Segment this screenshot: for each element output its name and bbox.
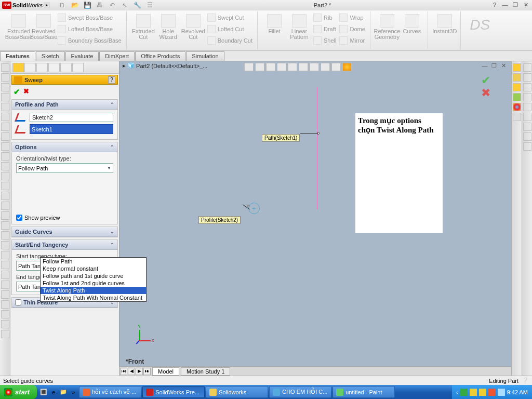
status-help-icon[interactable]: ❔ — [522, 377, 529, 384]
appearance-icon[interactable] — [342, 63, 352, 71]
section-view-icon[interactable] — [277, 63, 286, 71]
scene-icon[interactable] — [321, 63, 330, 71]
rtb-icon[interactable] — [523, 142, 531, 151]
dimxpert-manager-tab-icon[interactable] — [48, 63, 60, 72]
dome-button[interactable]: Dome — [338, 23, 366, 35]
ltb-icon-25[interactable] — [1, 300, 9, 309]
curves-button[interactable]: Curves — [400, 12, 424, 40]
ltb-icon-7[interactable] — [1, 123, 9, 131]
dropdown-item[interactable]: Follow Path — [41, 258, 146, 265]
tab-evaluate[interactable]: Evaluate — [65, 51, 99, 61]
tray-icon[interactable] — [470, 389, 477, 396]
clock[interactable]: 9:42 AM — [507, 389, 528, 395]
ltb-icon-24[interactable] — [1, 290, 9, 299]
mdi-minimize-icon[interactable]: — — [481, 62, 488, 70]
rtb-icon[interactable] — [523, 132, 531, 141]
instant3d-button[interactable]: Instant3D — [432, 12, 457, 34]
ltb-icon-15[interactable] — [1, 202, 9, 210]
tab-nav-next-icon[interactable]: ▶ — [136, 368, 143, 375]
hide-show-icon[interactable] — [310, 63, 319, 71]
rtb-icon[interactable] — [523, 73, 531, 82]
ltb-icon-13[interactable] — [1, 182, 9, 190]
mdi-restore-icon[interactable]: ❐ — [490, 62, 498, 70]
boundary-boss-button[interactable]: Boundary Boss/Base — [56, 35, 123, 46]
dropdown-item-selected[interactable]: Twist Along Path — [41, 287, 146, 294]
ltb-icon-21[interactable] — [1, 261, 9, 269]
ltb-icon-20[interactable] — [1, 251, 9, 259]
ltb-icon-11[interactable] — [1, 162, 9, 170]
tray-icon[interactable] — [479, 389, 486, 396]
tab-nav-first-icon[interactable]: ⏮ — [120, 368, 127, 375]
rtb-icon[interactable] — [523, 123, 531, 131]
pm-section-header[interactable]: Guide Curves⌄ — [12, 227, 117, 237]
custom-props-icon[interactable] — [513, 113, 521, 121]
ltb-icon-26[interactable] — [1, 310, 9, 318]
lofted-cut-button[interactable]: Lofted Cut — [206, 23, 254, 35]
tab-office[interactable]: Office Products — [135, 51, 185, 61]
model-tab[interactable]: Model — [152, 367, 179, 376]
ltb-icon-6[interactable] — [1, 113, 9, 121]
view-orient-icon[interactable] — [288, 63, 297, 71]
explorer-icon[interactable]: 📁 — [59, 387, 68, 397]
boundary-cut-button[interactable]: Boundary Cut — [206, 35, 254, 46]
tray-overflow-icon[interactable]: ‹ — [456, 389, 458, 395]
view-settings-icon[interactable] — [331, 63, 341, 71]
swept-cut-button[interactable]: Swept Cut — [206, 12, 254, 23]
reference-geometry-button[interactable]: Reference Geometry — [375, 12, 400, 40]
thin-feature-checkbox[interactable] — [15, 299, 21, 305]
rtb-icon[interactable] — [523, 63, 531, 72]
fillet-button[interactable]: Fillet — [262, 12, 287, 46]
path-field[interactable]: Sketch1 — [30, 124, 113, 134]
rebuild-icon[interactable]: 🔧 — [132, 1, 142, 9]
ltb-icon-28[interactable] — [1, 330, 9, 338]
ltb-icon-10[interactable] — [1, 152, 9, 161]
extra-manager-tab-icon[interactable] — [72, 63, 84, 72]
pm-section-header[interactable]: Start/End Tangency⌃ — [12, 240, 117, 250]
close-icon[interactable]: ✕ — [522, 2, 530, 9]
taskbar-item[interactable]: Solidworks — [206, 386, 268, 398]
feature-manager-tab-icon[interactable] — [12, 63, 24, 72]
rtb-icon[interactable] — [523, 93, 531, 101]
options-icon[interactable]: ☰ — [145, 1, 154, 9]
ltb-icon-17[interactable] — [1, 221, 9, 230]
save-icon[interactable]: 💾 — [83, 1, 92, 9]
ltb-icon-3[interactable] — [1, 83, 9, 91]
orientation-select[interactable]: Follow Path▼ — [16, 163, 113, 173]
design-library-icon[interactable] — [513, 73, 521, 82]
minimize-icon[interactable]: — — [501, 2, 509, 9]
prev-view-icon[interactable] — [266, 63, 275, 71]
ltb-icon-2[interactable] — [1, 73, 9, 82]
ltb-icon-14[interactable] — [1, 192, 9, 200]
print-icon[interactable]: 🖶 — [95, 1, 104, 9]
extruded-cut-button[interactable]: Extruded Cut — [131, 12, 156, 46]
ltb-icon-23[interactable] — [1, 281, 9, 289]
lofted-boss-button[interactable]: Lofted Boss/Base — [56, 23, 123, 35]
ltb-icon-27[interactable] — [1, 320, 9, 328]
ltb-icon-1[interactable] — [1, 63, 9, 72]
ltb-icon-18[interactable] — [1, 231, 9, 240]
ltb-icon-22[interactable] — [1, 271, 9, 279]
draft-button[interactable]: Draft — [312, 23, 338, 35]
taskbar-item[interactable]: CHO EM HỎI C... — [269, 386, 331, 398]
show-preview-checkbox[interactable]: Show preview — [16, 215, 113, 221]
dropdown-item[interactable]: Twist Along Path With Normal Constant — [41, 294, 146, 301]
mirror-button[interactable]: Mirror — [338, 35, 366, 46]
zoom-area-icon[interactable] — [255, 63, 264, 71]
file-explorer-icon[interactable] — [513, 83, 521, 91]
swept-boss-button[interactable]: Swept Boss/Base — [56, 12, 123, 23]
tab-dimxpert[interactable]: DimXpert — [99, 51, 135, 61]
display-manager-tab-icon[interactable] — [60, 63, 72, 72]
tab-nav-prev-icon[interactable]: ◀ — [128, 368, 135, 375]
tray-icon[interactable] — [460, 389, 468, 396]
tab-sketch[interactable]: Sketch — [36, 51, 65, 61]
rtb-icon[interactable] — [523, 83, 531, 91]
new-icon[interactable]: 🗋 — [58, 1, 67, 9]
reject-icon[interactable]: ✖ — [481, 86, 490, 100]
restore-icon[interactable]: ❐ — [511, 2, 520, 9]
property-manager-tab-icon[interactable] — [24, 63, 36, 72]
main-menu-dropdown[interactable]: ▸ — [44, 2, 50, 8]
select-icon[interactable]: ↖ — [120, 1, 129, 9]
wrap-button[interactable]: Wrap — [338, 12, 366, 23]
tab-nav-last-icon[interactable]: ⏭ — [143, 368, 151, 375]
dropdown-item[interactable]: Follow 1st and 2nd guide curves — [41, 280, 146, 287]
